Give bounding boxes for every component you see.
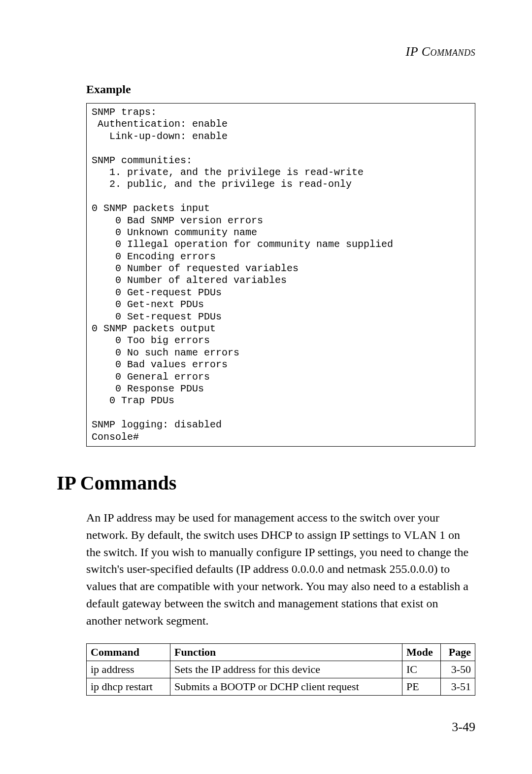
command-table: Command Function Mode Page ip address Se… <box>86 643 475 696</box>
cell-page: 3-51 <box>441 678 475 695</box>
col-header-mode: Mode <box>402 643 441 661</box>
cell-function: Sets the IP address for this device <box>170 661 402 678</box>
cell-command: ip address <box>87 661 170 678</box>
section-title: IP Commands <box>57 471 475 494</box>
cell-mode: PE <box>402 678 441 695</box>
example-heading: Example <box>86 83 475 96</box>
col-header-page: Page <box>441 643 475 661</box>
running-head: IP Commands <box>57 44 475 59</box>
cell-mode: IC <box>402 661 441 678</box>
page: IP Commands Example SNMP traps: Authenti… <box>0 0 532 774</box>
section-paragraph: An IP address may be used for management… <box>86 509 475 630</box>
col-header-command: Command <box>87 643 170 661</box>
col-header-function: Function <box>170 643 402 661</box>
page-number: 3-49 <box>452 720 475 735</box>
table-row: ip dhcp restart Submits a BOOTP or DCHP … <box>87 678 475 695</box>
cell-command: ip dhcp restart <box>87 678 170 695</box>
cell-page: 3-50 <box>441 661 475 678</box>
code-example-box: SNMP traps: Authentication: enable Link-… <box>86 103 475 447</box>
cell-function: Submits a BOOTP or DCHP client request <box>170 678 402 695</box>
table-header-row: Command Function Mode Page <box>87 643 475 661</box>
table-row: ip address Sets the IP address for this … <box>87 661 475 678</box>
